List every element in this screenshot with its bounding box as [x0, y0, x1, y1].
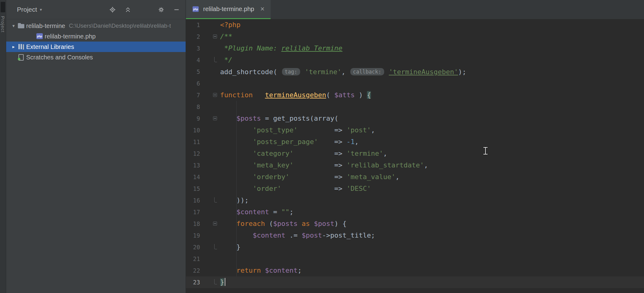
code-editor[interactable]: 1<?php2/**3 *Plugin Name: relilab Termin…: [186, 19, 644, 293]
fold-end-icon[interactable]: [214, 197, 217, 203]
panel-header-icons: [109, 6, 180, 13]
tab-label: relilab-termine.php: [203, 6, 254, 13]
code-line[interactable]: 9 $posts = get_posts(array(: [186, 113, 644, 124]
line-number[interactable]: 15: [186, 183, 200, 195]
code-line[interactable]: 21: [186, 253, 644, 265]
code-text: $posts = get_posts(array(: [220, 114, 338, 122]
code-line[interactable]: 18 foreach ($posts as $post) {: [186, 218, 644, 230]
line-number[interactable]: 20: [186, 241, 200, 253]
line-number[interactable]: 22: [186, 265, 200, 276]
code-line[interactable]: 5add_shortcode( tag: 'termine', callback…: [186, 66, 644, 78]
code-line[interactable]: 23}: [186, 276, 644, 288]
code-lines: 1<?php2/**3 *Plugin Name: relilab Termin…: [186, 19, 644, 288]
fold-end-icon[interactable]: [214, 57, 217, 62]
code-text: 'post_type' => 'post',: [220, 126, 375, 134]
line-number[interactable]: 21: [186, 253, 200, 265]
line-number[interactable]: 4: [186, 54, 200, 66]
settings-gear-icon[interactable]: [157, 6, 165, 13]
line-number[interactable]: 18: [186, 218, 200, 230]
chevron-down-icon[interactable]: ▾: [10, 23, 18, 29]
libraries-icon: [18, 43, 25, 50]
line-number[interactable]: 23: [186, 276, 200, 288]
tool-window-button[interactable]: [1, 2, 5, 12]
line-number[interactable]: 19: [186, 230, 200, 241]
fold-start-icon[interactable]: [213, 116, 217, 120]
code-text: add_shortcode( tag: 'termine', callback:…: [220, 68, 466, 76]
chevron-right-icon[interactable]: ▸: [10, 44, 18, 50]
code-line[interactable]: 11 'posts_per_page' => -1,: [186, 136, 644, 148]
tab-relilab-termine-php[interactable]: relilab-termine.php ×: [186, 0, 271, 19]
line-number[interactable]: 5: [186, 66, 200, 78]
code-line[interactable]: 16 ));: [186, 195, 644, 206]
project-panel-title[interactable]: Project: [17, 6, 37, 13]
line-number[interactable]: 12: [186, 148, 200, 159]
line-number[interactable]: 7: [186, 89, 200, 101]
text-caret: [225, 278, 225, 286]
code-text: */: [220, 56, 232, 64]
hide-panel-icon[interactable]: [173, 6, 180, 13]
php-file-icon: [36, 33, 43, 40]
line-number[interactable]: 9: [186, 113, 200, 124]
tree-item-relilab-termine[interactable]: ▾relilab-termineC:\Users\Daniel\Desktop\…: [6, 21, 186, 31]
fold-start-icon[interactable]: [213, 34, 217, 38]
tool-strip-label[interactable]: Project: [0, 16, 6, 33]
project-tree: ▾relilab-termineC:\Users\Daniel\Desktop\…: [6, 19, 186, 62]
line-number[interactable]: 3: [186, 42, 200, 54]
code-text: }: [220, 278, 225, 286]
line-number[interactable]: 1: [186, 19, 200, 31]
code-text: function termineAusgeben( $atts ) {: [220, 91, 371, 99]
code-text: return $content;: [220, 267, 302, 274]
line-number[interactable]: 16: [186, 195, 200, 206]
chevron-down-icon[interactable]: ▾: [40, 7, 42, 12]
code-text: ));: [220, 196, 249, 204]
folder-icon: [18, 22, 25, 29]
line-number[interactable]: 14: [186, 171, 200, 183]
tree-item-scratches-and-consoles[interactable]: Scratches and Consoles: [6, 52, 186, 62]
close-icon[interactable]: ×: [260, 6, 264, 13]
editor-tab-bar: relilab-termine.php ×: [186, 0, 644, 19]
code-line[interactable]: 12 'category' => 'termine',: [186, 148, 644, 159]
line-number[interactable]: 8: [186, 101, 200, 113]
code-line[interactable]: 20 }: [186, 241, 644, 253]
locate-file-icon[interactable]: [109, 6, 116, 13]
code-text: *Plugin Name: relilab Termine: [220, 44, 342, 52]
line-number[interactable]: 6: [186, 78, 200, 89]
tree-item-external-libraries[interactable]: ▸External Libraries: [6, 42, 186, 52]
code-line[interactable]: 1<?php: [186, 19, 644, 31]
code-text: /**: [220, 33, 232, 40]
code-text: $content = "";: [220, 208, 293, 216]
code-line[interactable]: 13 'meta_key' => 'relilab_startdate',: [186, 159, 644, 171]
line-number[interactable]: 13: [186, 159, 200, 171]
tree-item-relilab-termine-php[interactable]: relilab-termine.php: [6, 31, 186, 42]
code-line[interactable]: 4 */: [186, 54, 644, 66]
code-line[interactable]: 15 'order' => 'DESC': [186, 183, 644, 195]
line-number[interactable]: 10: [186, 124, 200, 136]
code-line[interactable]: 3 *Plugin Name: relilab Termine: [186, 42, 644, 54]
line-number[interactable]: 11: [186, 136, 200, 148]
line-number[interactable]: 17: [186, 206, 200, 218]
fold-start-icon[interactable]: [213, 222, 217, 226]
php-file-icon: [192, 6, 199, 12]
line-number[interactable]: 2: [186, 31, 200, 42]
fold-end-icon[interactable]: [214, 244, 217, 249]
scratches-icon: [18, 54, 25, 61]
code-line[interactable]: 17 $content = "";: [186, 206, 644, 218]
code-line[interactable]: 6: [186, 78, 644, 89]
code-text: 'category' => 'termine',: [220, 150, 387, 157]
code-line[interactable]: 7function termineAusgeben( $atts ) {: [186, 89, 644, 101]
code-line[interactable]: 8: [186, 101, 644, 113]
tree-item-label: External Libraries: [26, 43, 74, 50]
tree-item-label: relilab-termine.php: [45, 33, 96, 40]
tree-item-label: Scratches and Consoles: [26, 54, 93, 61]
code-line[interactable]: 2/**: [186, 31, 644, 42]
fold-end-icon[interactable]: [214, 279, 217, 284]
ide-window: Project Project ▾ ▾relilab-termineC:\Use…: [0, 0, 644, 293]
code-line[interactable]: 10 'post_type' => 'post',: [186, 124, 644, 136]
code-line[interactable]: 19 $content .= $post->post_title;: [186, 230, 644, 241]
code-line[interactable]: 14 'orderby' => 'meta_value',: [186, 171, 644, 183]
project-panel-header: Project ▾: [6, 0, 186, 19]
fold-start-icon[interactable]: [213, 93, 217, 97]
code-line[interactable]: 22 return $content;: [186, 265, 644, 276]
code-text: 'posts_per_page' => -1,: [220, 138, 359, 146]
collapse-all-icon[interactable]: [124, 6, 131, 13]
